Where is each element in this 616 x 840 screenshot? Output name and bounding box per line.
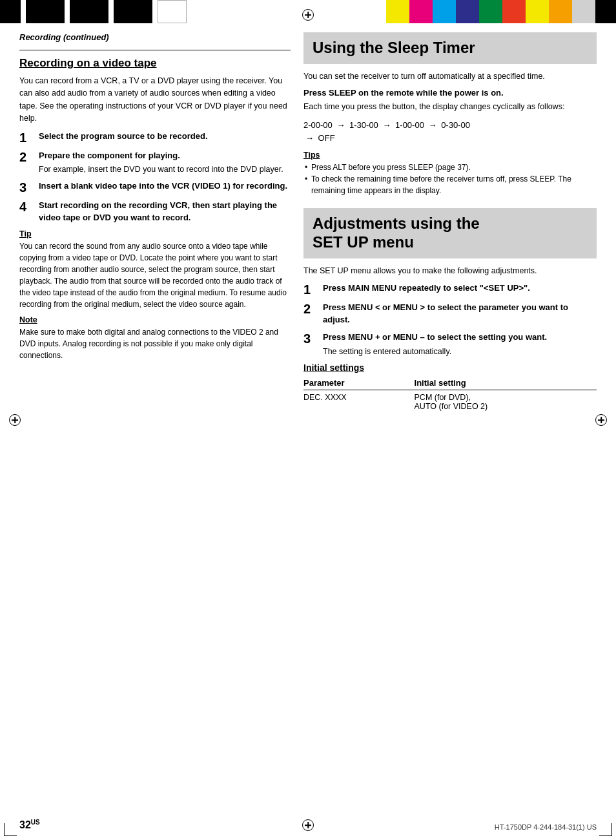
crosshair-right — [595, 414, 607, 426]
step-bold-1: Select the program source to be recorded… — [39, 131, 208, 141]
table-cell-initial: PCM (for DVD),AUTO (for VIDEO 2) — [415, 390, 597, 414]
step-4: 4 Start recording on the recording VCR, … — [19, 200, 291, 224]
swatch-cyan — [433, 0, 456, 23]
sleep-timer-title: Using the Sleep Timer — [313, 39, 588, 58]
setup-step-num-1: 1 — [303, 282, 318, 297]
page-num-sup: US — [31, 819, 40, 826]
section-heading: Recording (continued) — [19, 32, 291, 42]
setup-step-detail-3: The setting is entered automatically. — [323, 346, 547, 357]
step-bold-3: Insert a blank video tape into the VCR (… — [39, 181, 287, 191]
note-label: Note — [19, 315, 291, 324]
arrow-4: → — [305, 132, 314, 145]
sleep-tips-section: Tips Press ALT before you press SLEEP (p… — [303, 151, 597, 196]
setup-intro: The SET UP menu allows you to make the f… — [303, 265, 597, 277]
page-num-value: 32 — [19, 819, 31, 830]
note-text: Make sure to make both digital and analo… — [19, 326, 291, 361]
step-detail-2: For example, insert the DVD you want to … — [39, 163, 283, 175]
setup-title-box: Adjustments using theSET UP menu — [303, 208, 597, 258]
setup-step-text-2: Press MENU < or MENU > to select the par… — [323, 302, 597, 326]
step-num-4: 4 — [19, 200, 34, 224]
setup-step-text-1: Press MAIN MENU repeatedly to select "<S… — [323, 282, 530, 297]
left-intro: You can record from a VCR, a TV or a DVD… — [19, 75, 291, 125]
crosshair-bottom — [302, 819, 314, 831]
corner-bl — [4, 823, 17, 836]
setup-step-bold-3: Press MENU + or MENU – to select the set… — [323, 332, 547, 342]
table-row: DEC. XXXX PCM (for DVD),AUTO (for VIDEO … — [303, 390, 597, 414]
step-num-2: 2 — [19, 150, 34, 176]
setup-title: Adjustments using theSET UP menu — [313, 215, 588, 252]
setup-step-1: 1 Press MAIN MENU repeatedly to select "… — [303, 282, 597, 297]
swatch-gray — [572, 0, 595, 23]
divider-top — [19, 50, 291, 50]
step-num-3: 3 — [19, 180, 34, 194]
crosshair-top — [302, 9, 314, 21]
step-bold-4: Start recording on the recording VCR, th… — [39, 200, 277, 222]
swatch-red — [502, 0, 526, 23]
swatch-yellow — [386, 0, 409, 23]
swatch-green — [479, 0, 502, 23]
sleep-bold-head: Press SLEEP on the remote while the powe… — [303, 88, 597, 98]
setup-step-bold-2: Press MENU < or MENU > to select the par… — [323, 302, 568, 324]
setup-step-3: 3 Press MENU + or MENU – to select the s… — [303, 331, 597, 357]
page-content: Recording (continued) Recording on a vid… — [19, 32, 597, 814]
step-text-4: Start recording on the recording VCR, th… — [39, 200, 291, 224]
color-black-4 — [114, 0, 152, 23]
arrow-1: → — [336, 119, 345, 132]
color-white-rect — [158, 0, 187, 23]
footer-text: HT-1750DP 4-244-184-31(1) US — [495, 823, 597, 831]
swatch-yellow2 — [526, 0, 549, 23]
setup-step-num-2: 2 — [303, 302, 318, 326]
setup-step-num-3: 3 — [303, 331, 318, 357]
initial-settings-label: Initial settings — [303, 362, 597, 373]
timer-sequence: 2-00-00 → 1-30-00 → 1-00-00 → 0-30-00 → … — [303, 119, 597, 146]
sleep-tips-label: Tips — [303, 151, 597, 160]
col-header-parameter: Parameter — [303, 376, 415, 390]
step-text-1: Select the program source to be recorded… — [39, 131, 208, 145]
setup-step-bold-1: Press MAIN MENU repeatedly to select "<S… — [323, 283, 530, 293]
swatch-blue — [456, 0, 479, 23]
table-cell-parameter: DEC. XXXX — [303, 390, 415, 414]
sleep-timer-title-box: Using the Sleep Timer — [303, 32, 597, 64]
sleep-body: Each time you press the button, the disp… — [303, 101, 597, 113]
col-header-initial: Initial setting — [415, 376, 597, 390]
sleep-intro: You can set the receiver to turn off aut… — [303, 70, 597, 83]
swatch-orange — [549, 0, 572, 23]
color-black-3 — [70, 0, 108, 23]
color-gap-3 — [108, 0, 114, 23]
sleep-tip-1: Press ALT before you press SLEEP (page 3… — [303, 162, 597, 173]
settings-table: Parameter Initial setting DEC. XXXX PCM … — [303, 376, 597, 414]
settings-table-head: Parameter Initial setting — [303, 376, 597, 390]
color-gap-1 — [21, 0, 26, 23]
corner-tl — [4, 4, 17, 17]
right-column: Using the Sleep Timer You can set the re… — [303, 32, 597, 814]
step-num-1: 1 — [19, 131, 34, 145]
tip-text: You can record the sound from any audio … — [19, 240, 291, 310]
tip-label: Tip — [19, 229, 291, 238]
page-number: 32US — [19, 819, 40, 831]
step-3: 3 Insert a blank video tape into the VCR… — [19, 180, 291, 194]
setup-step-2: 2 Press MENU < or MENU > to select the p… — [303, 302, 597, 326]
swatch-pink — [409, 0, 433, 23]
corner-br — [599, 823, 612, 836]
left-column: Recording (continued) Recording on a vid… — [19, 32, 291, 814]
step-text-2: Prepare the component for playing. For e… — [39, 150, 283, 176]
step-2: 2 Prepare the component for playing. For… — [19, 150, 291, 176]
arrow-3: → — [429, 119, 437, 132]
left-section-title: Recording on a video tape — [19, 57, 291, 70]
step-1: 1 Select the program source to be record… — [19, 131, 291, 145]
arrow-2: → — [382, 119, 391, 132]
settings-table-header-row: Parameter Initial setting — [303, 376, 597, 390]
color-gap-4 — [152, 0, 158, 23]
step-text-3: Insert a blank video tape into the VCR (… — [39, 180, 287, 194]
color-gap-5 — [187, 0, 386, 23]
color-gap-2 — [65, 0, 70, 23]
corner-tr — [599, 4, 612, 17]
color-black-2 — [26, 0, 65, 23]
step-bold-2: Prepare the component for playing. — [39, 151, 180, 160]
sleep-tip-2: To check the remaining time before the r… — [303, 173, 597, 196]
settings-table-body: DEC. XXXX PCM (for DVD),AUTO (for VIDEO … — [303, 390, 597, 414]
setup-step-text-3: Press MENU + or MENU – to select the set… — [323, 331, 547, 357]
